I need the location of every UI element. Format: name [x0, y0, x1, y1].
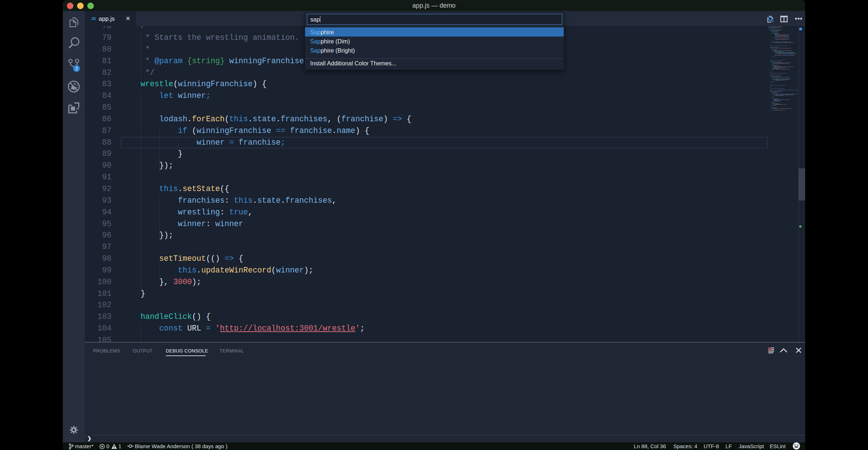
svg-text:2: 2 — [75, 66, 78, 71]
